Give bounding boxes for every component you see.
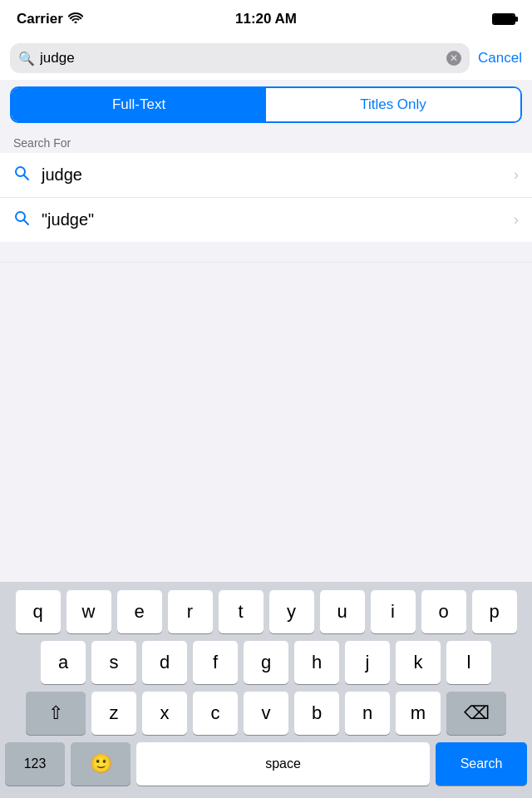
keyboard-row-1: q w e r t y u i o p [5, 590, 527, 633]
svg-line-3 [24, 220, 28, 224]
svg-line-1 [24, 175, 28, 180]
key-z[interactable]: z [91, 692, 136, 735]
keyboard-row-3: ⇧ z x c v b n m ⌫ [5, 692, 527, 735]
key-b[interactable]: b [294, 692, 339, 735]
carrier-name: Carrier [17, 11, 63, 27]
key-v[interactable]: v [244, 692, 288, 735]
key-emoji[interactable]: 🙂 [71, 742, 131, 786]
key-shift[interactable]: ⇧ [26, 692, 86, 735]
key-j[interactable]: j [345, 641, 390, 684]
key-g[interactable]: g [244, 641, 288, 684]
carrier-info: Carrier [17, 11, 83, 27]
key-m[interactable]: m [396, 692, 441, 735]
key-123[interactable]: 123 [5, 742, 65, 786]
search-input[interactable] [40, 50, 441, 66]
result-search-icon-2 [13, 209, 30, 230]
segmented-control: Full-Text Titles Only [10, 86, 522, 123]
keyboard: q w e r t y u i o p a s d f g h j k l ⇧ … [0, 582, 532, 798]
result-text-1: judge [42, 165, 514, 185]
key-f[interactable]: f [193, 641, 238, 684]
result-chevron-1: › [514, 166, 519, 184]
section-divider [0, 262, 532, 263]
status-time: 11:20 AM [235, 11, 297, 27]
key-u[interactable]: u [320, 590, 365, 633]
key-t[interactable]: t [219, 590, 264, 633]
key-d[interactable]: d [142, 641, 187, 684]
key-w[interactable]: w [66, 590, 111, 633]
status-bar: Carrier 11:20 AM [0, 0, 532, 37]
key-a[interactable]: a [41, 641, 86, 684]
key-y[interactable]: y [269, 590, 314, 633]
key-n[interactable]: n [345, 692, 390, 735]
key-space[interactable]: space [136, 742, 430, 786]
result-chevron-2: › [514, 211, 519, 229]
search-bar: 🔍 ✕ Cancel [0, 37, 532, 80]
key-o[interactable]: o [421, 590, 466, 633]
segment-full-text[interactable]: Full-Text [12, 88, 266, 121]
wifi-icon [68, 12, 83, 27]
clear-button[interactable]: ✕ [446, 51, 461, 66]
key-s[interactable]: s [91, 641, 136, 684]
key-p[interactable]: p [472, 590, 517, 633]
key-r[interactable]: r [168, 590, 213, 633]
search-results-list: judge › "judge" › [0, 153, 532, 242]
key-q[interactable]: q [16, 590, 61, 633]
search-input-wrapper: 🔍 ✕ [10, 43, 470, 73]
cancel-button[interactable]: Cancel [478, 50, 522, 66]
battery-indicator [492, 13, 515, 25]
keyboard-row-2: a s d f g h j k l [5, 641, 527, 684]
battery-icon [492, 13, 515, 25]
search-icon: 🔍 [18, 51, 35, 66]
result-text-2: "judge" [42, 210, 514, 229]
key-c[interactable]: c [193, 692, 238, 735]
battery-fill [494, 15, 514, 23]
key-k[interactable]: k [396, 641, 441, 684]
key-search[interactable]: Search [436, 742, 527, 786]
key-l[interactable]: l [446, 641, 491, 684]
key-x[interactable]: x [142, 692, 187, 735]
keyboard-row-4: 123 🙂 space Search [5, 742, 527, 786]
result-row-2[interactable]: "judge" › [0, 198, 532, 242]
key-e[interactable]: e [117, 590, 162, 633]
search-for-header: Search For [0, 130, 532, 153]
segment-titles-only[interactable]: Titles Only [266, 88, 520, 121]
result-row-1[interactable]: judge › [0, 153, 532, 198]
result-search-icon-1 [13, 165, 30, 185]
key-h[interactable]: h [294, 641, 339, 684]
key-i[interactable]: i [371, 590, 416, 633]
key-delete[interactable]: ⌫ [446, 692, 506, 735]
